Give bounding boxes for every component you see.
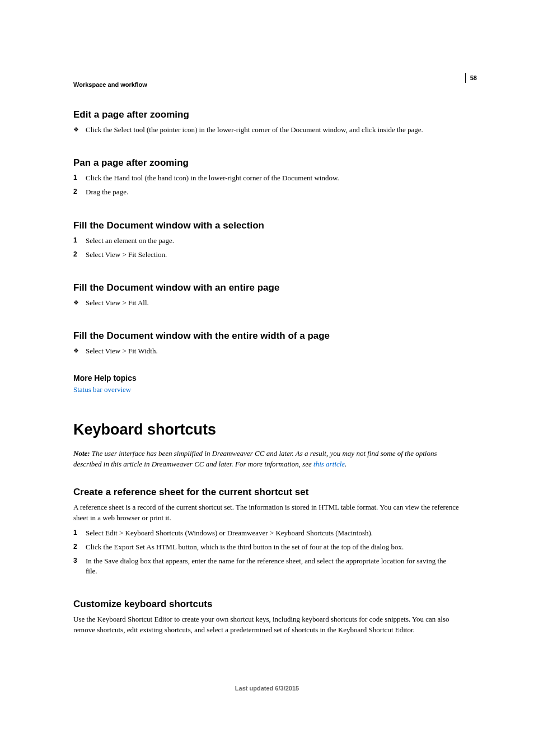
- list-item: ❖ Click the Select tool (the pointer ico…: [73, 125, 460, 135]
- section-title-edit-page: Edit a page after zooming: [73, 109, 460, 120]
- list-item-text: Select View > Fit Width.: [86, 346, 460, 356]
- note-text-2: .: [345, 460, 346, 468]
- section-title-fill-entire-page: Fill the Document window with an entire …: [73, 282, 460, 293]
- list-item-text: Click the Select tool (the pointer icon)…: [86, 125, 460, 135]
- bullet-icon: ❖: [73, 298, 86, 308]
- status-bar-overview-link[interactable]: Status bar overview: [73, 385, 460, 394]
- list-item: ❖ Select View > Fit All.: [73, 298, 460, 308]
- ref-sheet-paragraph: A reference sheet is a record of the cur…: [73, 502, 460, 524]
- list-item-text: Click the Export Set As HTML button, whi…: [86, 542, 460, 552]
- list-item: 2 Select View > Fit Selection.: [73, 250, 460, 260]
- section-title-fill-width: Fill the Document window with the entire…: [73, 330, 460, 342]
- customize-paragraph: Use the Keyboard Shortcut Editor to crea…: [73, 614, 460, 636]
- last-updated-footer: Last updated 6/3/2015: [0, 685, 534, 692]
- list-item: 1 Click the Hand tool (the hand icon) in…: [73, 173, 460, 183]
- section-title-fill-selection: Fill the Document window with a selectio…: [73, 220, 460, 231]
- note-paragraph: Note: The user interface has been simpli…: [73, 449, 460, 470]
- list-item-text: Select Edit > Keyboard Shortcuts (Window…: [86, 528, 460, 538]
- list-item-text: Select View > Fit All.: [86, 298, 460, 308]
- list-item-text: Select an element on the page.: [86, 236, 460, 246]
- list-number: 2: [73, 187, 86, 197]
- list-item: 2 Drag the page.: [73, 187, 460, 197]
- more-help-heading: More Help topics: [73, 374, 460, 382]
- note-label: Note:: [73, 449, 90, 458]
- list-item: 3 In the Save dialog box that appears, e…: [73, 556, 460, 576]
- list-number: 2: [73, 542, 86, 552]
- list-item: 1 Select Edit > Keyboard Shortcuts (Wind…: [73, 528, 460, 538]
- header-section-label: Workspace and workflow: [73, 81, 147, 88]
- list-item: 1 Select an element on the page.: [73, 236, 460, 246]
- list-item-text: Click the Hand tool (the hand icon) in t…: [86, 173, 460, 183]
- list-number: 2: [73, 250, 86, 260]
- list-item-text: In the Save dialog box that appears, ent…: [86, 556, 460, 576]
- note-text-1: The user interface has been simplified i…: [73, 449, 437, 468]
- list-item: 2 Click the Export Set As HTML button, w…: [73, 542, 460, 552]
- page-content: Edit a page after zooming ❖ Click the Se…: [73, 109, 460, 640]
- section-title-create-reference: Create a reference sheet for the current…: [73, 487, 460, 498]
- keyboard-shortcuts-title: Keyboard shortcuts: [73, 421, 460, 438]
- this-article-link[interactable]: this article: [313, 460, 345, 468]
- section-title-pan-page: Pan a page after zooming: [73, 157, 460, 169]
- section-title-customize: Customize keyboard shortcuts: [73, 599, 460, 610]
- list-number: 1: [73, 236, 86, 246]
- bullet-icon: ❖: [73, 125, 86, 135]
- list-number: 1: [73, 528, 86, 538]
- list-item-text: Drag the page.: [86, 187, 460, 197]
- list-number: 1: [73, 173, 86, 183]
- page-number: 58: [465, 73, 477, 83]
- bullet-icon: ❖: [73, 346, 86, 356]
- list-item: ❖ Select View > Fit Width.: [73, 346, 460, 356]
- list-number: 3: [73, 556, 86, 576]
- list-item-text: Select View > Fit Selection.: [86, 250, 460, 260]
